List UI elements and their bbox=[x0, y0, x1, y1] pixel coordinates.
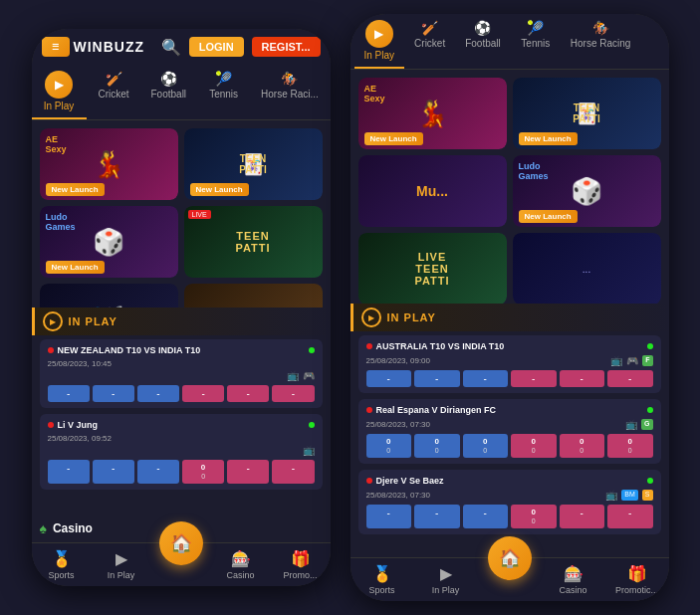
in-play-title: IN PLAY bbox=[69, 315, 117, 327]
right-odds-2-1[interactable]: 00 bbox=[366, 434, 412, 458]
odds-1-5[interactable]: - bbox=[227, 385, 269, 402]
game-card-teenpatti2[interactable]: TEENPATTI LIVE bbox=[184, 206, 323, 278]
right-odds-1-5[interactable]: - bbox=[560, 370, 605, 387]
right-odds-2-5[interactable]: 00 bbox=[560, 434, 605, 458]
right-nav-inplay[interactable]: ▶ In Play bbox=[414, 558, 478, 601]
right-ludo-badge: New Launch bbox=[519, 210, 578, 223]
right-tab-football[interactable]: ⚽ Football bbox=[455, 14, 511, 69]
odds-row-2: - - - 00 - - bbox=[48, 460, 315, 484]
right-odds-3-1[interactable]: - bbox=[366, 505, 412, 528]
right-odds-3-4[interactable]: 00 bbox=[511, 505, 557, 528]
game-card-t20[interactable]: TEENPATTIT20 bbox=[184, 284, 323, 308]
right-game-card-teenpatti2[interactable]: LIVETEENPATTI bbox=[358, 233, 507, 304]
right-tab-inplay[interactable]: ▶ In Play bbox=[354, 14, 405, 69]
nav-inplay[interactable]: ▶ In Play bbox=[92, 543, 151, 586]
tab-tennis-label: Tennis bbox=[209, 89, 238, 100]
odds-1-6[interactable]: - bbox=[272, 385, 314, 402]
right-home-icon: 🏠 bbox=[499, 547, 521, 569]
right-match-name-3: Djere V Se Baez bbox=[376, 476, 643, 486]
right-odds-2-6[interactable]: 00 bbox=[607, 434, 653, 458]
right-odds-2-2[interactable]: 00 bbox=[414, 434, 460, 458]
odds-2-2[interactable]: - bbox=[93, 460, 134, 484]
right-odds-2-3[interactable]: 00 bbox=[463, 434, 509, 458]
right-odds-1-1[interactable]: - bbox=[366, 370, 412, 387]
right-casino-nav-label: Casino bbox=[559, 585, 586, 595]
right-nav-home[interactable]: 🏠 bbox=[478, 558, 542, 601]
right-tab-inplay-label: In Play bbox=[364, 50, 395, 61]
right-phone-screen: ▶ In Play 🏏 Cricket ⚽ Football 🎾 Tennis … bbox=[350, 14, 669, 601]
tab-horse[interactable]: 🏇 Horse Raci... bbox=[251, 65, 329, 119]
match-name-2: Li V Jung bbox=[58, 420, 305, 430]
right-match-card-2: Real Espana V Diriangen FC 25/08/2023, 0… bbox=[358, 399, 661, 464]
nav-casino[interactable]: 🎰 Casino bbox=[211, 543, 271, 586]
odds-2-4[interactable]: 00 bbox=[182, 460, 224, 484]
right-match-date-1: 25/08/2023, 09:00 bbox=[366, 356, 431, 365]
game-card-ludo[interactable]: 🎲 LudoGames New Launch bbox=[40, 206, 178, 278]
odds-1-2[interactable]: - bbox=[93, 385, 134, 402]
right-game-card-ludo[interactable]: 🎲 LudoGames New Launch bbox=[513, 155, 661, 227]
right-nav-sports[interactable]: 🏅 Sports bbox=[350, 558, 414, 601]
right-sports-icon: 🏅 bbox=[372, 564, 392, 583]
odds-2-5[interactable]: - bbox=[227, 460, 269, 484]
odds-1-4[interactable]: - bbox=[182, 385, 224, 402]
right-odds-1-2[interactable]: - bbox=[414, 370, 460, 387]
t20-card-bg: TEENPATTIT20 bbox=[184, 284, 323, 308]
right-teenpatti-badge: New Launch bbox=[519, 132, 578, 145]
right-game-card-extra[interactable]: ... bbox=[513, 233, 661, 304]
game-card-teenpatti[interactable]: 🃏 TEENPATTI New Launch bbox=[184, 128, 323, 200]
hamburger-icon[interactable]: ☰ bbox=[52, 43, 59, 52]
right-nav-casino[interactable]: 🎰 Casino bbox=[542, 558, 605, 601]
right-sports-label: Sports bbox=[368, 585, 394, 595]
right-tab-tennis[interactable]: 🎾 Tennis bbox=[511, 14, 561, 69]
right-match-meta-3: 25/08/2023, 07:30 📺 BM S bbox=[366, 490, 653, 501]
right-tv-icon-2: 📺 bbox=[625, 419, 637, 430]
right-game-card-mu[interactable]: Mu... bbox=[358, 155, 507, 227]
right-inplay-circle-icon: ▶ bbox=[361, 308, 381, 327]
right-game-card-teenpatti[interactable]: 🃏 TEENPATTI New Launch bbox=[513, 78, 661, 149]
game-card-sexy[interactable]: 💃 AESexy New Launch bbox=[40, 128, 178, 200]
nav-promos[interactable]: 🎁 Promo... bbox=[271, 543, 331, 586]
right-odds-2-4[interactable]: 00 bbox=[511, 434, 557, 458]
nav-tabs: ▶ In Play 🏏 Cricket ⚽ Football 🎾 Tennis … bbox=[32, 65, 331, 120]
tab-football[interactable]: ⚽ Football bbox=[141, 65, 197, 119]
register-button[interactable]: REGIST... bbox=[252, 37, 321, 57]
nav-sports[interactable]: 🏅 Sports bbox=[32, 543, 92, 586]
right-odds-1-4[interactable]: - bbox=[511, 370, 557, 387]
tab-football-label: Football bbox=[151, 89, 187, 100]
promos-label: Promo... bbox=[283, 570, 317, 580]
game-card-aviator[interactable]: ✈️ Aviator New Launch bbox=[40, 284, 178, 308]
right-tv-icon-1: 📺 bbox=[610, 355, 622, 366]
search-button[interactable]: 🔍 bbox=[161, 38, 181, 57]
header-logo: ☰ WINBUZZ bbox=[42, 37, 145, 57]
right-odds-3-5[interactable]: - bbox=[560, 505, 605, 528]
home-fab[interactable]: 🏠 bbox=[159, 521, 203, 565]
right-odds-3-3[interactable]: - bbox=[463, 505, 509, 528]
right-nav-promos[interactable]: 🎁 Promotic... bbox=[605, 558, 669, 601]
right-home-fab[interactable]: 🏠 bbox=[488, 536, 532, 580]
right-match-title-2: Real Espana V Diriangen FC bbox=[366, 405, 653, 415]
right-tab-horse[interactable]: 🏇 Horse Racing bbox=[561, 14, 641, 69]
right-game-card-sexy[interactable]: 💃 AESexy New Launch bbox=[358, 78, 507, 149]
tab-cricket[interactable]: 🏏 Cricket bbox=[87, 65, 141, 119]
right-inplay-icon: ▶ bbox=[365, 20, 393, 48]
odds-2-6[interactable]: - bbox=[272, 460, 314, 484]
login-button[interactable]: LOGIN bbox=[189, 37, 244, 57]
tab-tennis[interactable]: 🎾 Tennis bbox=[196, 65, 251, 119]
right-odds-3-6[interactable]: - bbox=[607, 505, 653, 528]
nav-home[interactable]: 🏠 bbox=[151, 543, 211, 586]
odds-1-1[interactable]: - bbox=[48, 385, 90, 402]
right-tab-cricket[interactable]: 🏏 Cricket bbox=[404, 14, 455, 69]
right-odds-1-6[interactable]: - bbox=[607, 370, 653, 387]
teenpatti2-text: TEENPATTI bbox=[235, 230, 270, 254]
ludo-badge: New Launch bbox=[46, 261, 105, 274]
tab-inplay[interactable]: ▶ In Play bbox=[32, 65, 87, 119]
odds-2-3[interactable]: - bbox=[137, 460, 179, 484]
left-phone-screen: ☰ WINBUZZ 🔍 LOGIN REGIST... ▶ In Play 🏏 … bbox=[32, 29, 331, 586]
right-odds-3-2[interactable]: - bbox=[414, 505, 460, 528]
odds-2-1[interactable]: - bbox=[48, 460, 90, 484]
right-odds-1-3[interactable]: - bbox=[463, 370, 509, 387]
odds-1-3[interactable]: - bbox=[137, 385, 179, 402]
right-odds-row-1: - - - - - - bbox=[366, 370, 653, 387]
right-match-dot-3 bbox=[366, 478, 372, 484]
live-indicator-2 bbox=[309, 422, 315, 428]
